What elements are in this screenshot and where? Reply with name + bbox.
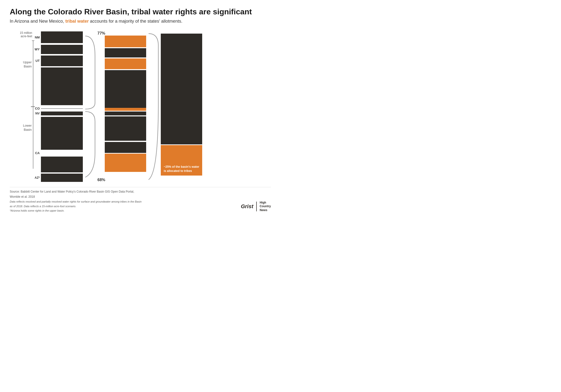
- lower-basin-label: LowerBasin: [12, 124, 32, 132]
- pct-lower-bar: [105, 117, 146, 141]
- state-row-nv: NV: [34, 111, 83, 116]
- annotation-text: ~25% of the basin's water is allocated t…: [162, 163, 201, 175]
- state-label-az: AZ*: [34, 176, 41, 180]
- columns-wrapper: NM WY UT CO: [34, 31, 271, 182]
- pct-77-label: 77%: [97, 31, 105, 36]
- y-axis: 15 million acre-feet UpperBasin LowerBas…: [10, 31, 34, 182]
- pct-nv-dark: [105, 112, 146, 116]
- pct-co-dark: [105, 70, 146, 108]
- state-row-co-label: CO: [34, 106, 83, 111]
- state-row-co-block: [34, 67, 83, 105]
- state-label-wy: WY: [34, 47, 41, 51]
- upper-basin-label: UpperBasin: [12, 60, 32, 69]
- state-row-lower-block: [34, 117, 83, 150]
- state-row-wy: WY: [34, 44, 83, 54]
- state-bar-nv: [41, 112, 83, 116]
- source-line-1: Source: Babbitt Center for Land and Wate…: [10, 190, 141, 194]
- subtitle: In Arizona and New Mexico, tribal water …: [10, 18, 271, 24]
- pct-wy-bar: [105, 48, 146, 57]
- pct-co-bar: [105, 70, 146, 108]
- pct-wy-dark: [105, 48, 146, 57]
- total-column: ~25% of the basin's water is allocated t…: [161, 31, 209, 182]
- source-line-2: Womble et al. 2018: [10, 195, 141, 199]
- midline-divider: [41, 108, 83, 109]
- state-row-lower-block2: [34, 157, 83, 172]
- state-row-ca-label: CA: [34, 151, 83, 156]
- state-bar-az: [41, 174, 83, 182]
- total-orange-bar: ~25% of the basin's water is allocated t…: [161, 145, 202, 176]
- state-bar-lower-block: [41, 117, 83, 150]
- total-orange-fill: ~25% of the basin's water is allocated t…: [161, 145, 202, 176]
- y-axis-line: [33, 40, 33, 169]
- states-column: NM WY UT CO: [34, 31, 83, 182]
- footer-flex: Source: Babbitt Center for Land and Wate…: [10, 190, 271, 212]
- pct-ut-orange: [105, 58, 146, 69]
- chart-area: 15 million acre-feet UpperBasin LowerBas…: [10, 31, 271, 182]
- state-row-ut: UT: [34, 55, 83, 66]
- page-title: Along the Colorado River Basin, tribal w…: [10, 7, 271, 16]
- pct-nm-orange: [105, 36, 146, 47]
- logo-divider: [256, 201, 257, 211]
- state-bar-co-block: [41, 67, 83, 105]
- grist-logo: Grist: [241, 203, 253, 210]
- state-label-ca: CA: [34, 151, 41, 155]
- y-axis-top-label: 15 million acre-feet: [20, 31, 32, 38]
- state-label-co: CO: [34, 107, 41, 110]
- pct-nv-bar: [105, 112, 146, 116]
- pct-az-dark-bar: [105, 142, 146, 153]
- state-bar-wy: [41, 45, 83, 54]
- pct-co-orange-stripe: [105, 108, 146, 111]
- brace-2: [146, 31, 161, 182]
- pct-az-dark: [105, 142, 146, 153]
- pct-az-orange-bar: [105, 154, 146, 172]
- state-label-nv: NV: [34, 112, 41, 115]
- total-dark-bar: [161, 34, 202, 144]
- pct-co-orange: [105, 108, 146, 111]
- hcn-logo: High Country News: [260, 201, 271, 212]
- pct-az-orange: [105, 154, 146, 172]
- total-dark-fill: [161, 34, 202, 144]
- asterisk-line: *Arizona holds some rights in the upper …: [10, 209, 141, 212]
- state-bar-ut: [41, 55, 83, 66]
- footer: Source: Babbitt Center for Land and Wate…: [10, 187, 271, 212]
- italic-line-2: as of 2018. Data reflects a 15-million a…: [10, 204, 141, 208]
- state-label-nm: NM: [34, 36, 41, 39]
- state-row-nm: NM: [34, 31, 83, 43]
- italic-line-1: Data reflects resolved and partially res…: [10, 200, 141, 203]
- state-label-ut: UT: [34, 59, 41, 63]
- percentage-column: 77%: [97, 31, 146, 182]
- state-row-az: AZ*: [34, 173, 83, 182]
- brace-1: [83, 31, 97, 182]
- state-bar-lower-block2: [41, 157, 83, 172]
- logo-area: Grist High Country News: [241, 201, 271, 212]
- pct-nm-bar: [105, 36, 146, 47]
- footer-text-block: Source: Babbitt Center for Land and Wate…: [10, 190, 141, 212]
- state-bar-nm: [41, 32, 83, 43]
- pct-ut-bar: [105, 58, 146, 69]
- pct-lower-dark: [105, 117, 146, 141]
- pct-68-label: 68%: [97, 178, 105, 182]
